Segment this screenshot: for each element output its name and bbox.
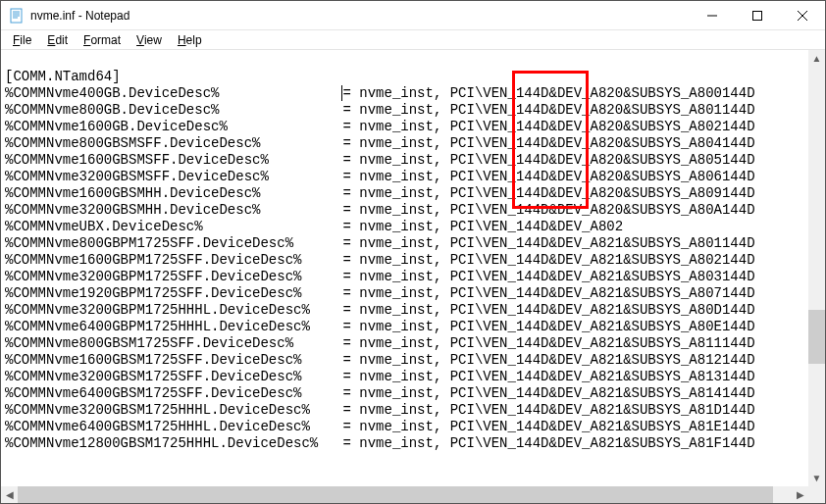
text-line: %COMMNvme3200GBSMSFF.DeviceDesc% = nvme_… — [5, 169, 804, 185]
scroll-right-button[interactable]: ▶ — [792, 486, 808, 503]
scroll-track-h[interactable] — [18, 486, 792, 503]
text-line: %COMMNvme800GB.DeviceDesc% = nvme_inst, … — [5, 102, 804, 119]
text-line: [COMM.NTamd64] — [5, 69, 804, 85]
minimize-button[interactable] — [690, 1, 735, 29]
text-line: %COMMNvme6400GBSM1725SFF.DeviceDesc% = n… — [5, 385, 804, 402]
scroll-left-button[interactable]: ◀ — [1, 486, 18, 503]
text-line: %COMMNvme3200GBPM1725SFF.DeviceDesc% = n… — [5, 269, 804, 285]
text-editor[interactable]: [COMM.NTamd64]%COMMNvme400GB.DeviceDesc%… — [1, 50, 808, 486]
svg-rect-6 — [753, 11, 762, 20]
menu-view[interactable]: View — [129, 32, 170, 48]
text-line: %COMMNvme400GB.DeviceDesc% = nvme_inst, … — [5, 85, 804, 102]
scroll-track-v[interactable] — [808, 67, 825, 470]
text-line: %COMMNvme6400GBSM1725HHHL.DeviceDesc% = … — [5, 419, 804, 435]
text-line: %COMMNvme3200GBSMHH.DeviceDesc% = nvme_i… — [5, 202, 804, 219]
text-line: %COMMNvme800GBSMSFF.DeviceDesc% = nvme_i… — [5, 135, 804, 152]
text-line: %COMMNvme3200GBPM1725HHHL.DeviceDesc% = … — [5, 302, 804, 319]
scroll-thumb-v[interactable] — [808, 310, 825, 364]
scroll-thumb-h[interactable] — [18, 486, 773, 503]
text-line: %COMMNvme1600GB.DeviceDesc% = nvme_inst,… — [5, 119, 804, 135]
scroll-down-button[interactable]: ▼ — [808, 470, 825, 486]
menu-edit[interactable]: Edit — [39, 32, 76, 48]
text-line: %COMMNvme1600GBSM1725SFF.DeviceDesc% = n… — [5, 352, 804, 369]
text-line: %COMMNvme6400GBPM1725HHHL.DeviceDesc% = … — [5, 319, 804, 335]
scroll-corner — [808, 486, 825, 503]
vertical-scrollbar[interactable]: ▲ ▼ — [808, 50, 825, 486]
text-line: %COMMNvme1920GBPM1725SFF.DeviceDesc% = n… — [5, 285, 804, 302]
window-title: nvme.inf - Notepad — [30, 9, 690, 23]
text-line: %COMMNvme800GBSM1725SFF.DeviceDesc% = nv… — [5, 335, 804, 352]
maximize-button[interactable] — [735, 1, 780, 29]
text-line: %COMMNvmeUBX.DeviceDesc% = nvme_inst, PC… — [5, 219, 804, 235]
text-line: %COMMNvme12800GBSM1725HHHL.DeviceDesc% =… — [5, 435, 804, 452]
text-line: %COMMNvme1600GBPM1725SFF.DeviceDesc% = n… — [5, 252, 804, 269]
text-line: %COMMNvme1600GBSMSFF.DeviceDesc% = nvme_… — [5, 152, 804, 169]
text-line: %COMMNvme1600GBSMHH.DeviceDesc% = nvme_i… — [5, 185, 804, 202]
editor-area: [COMM.NTamd64]%COMMNvme400GB.DeviceDesc%… — [1, 50, 825, 486]
text-line: %COMMNvme3200GBSM1725SFF.DeviceDesc% = n… — [5, 369, 804, 385]
text-line — [5, 52, 804, 69]
menu-help[interactable]: Help — [170, 32, 210, 48]
menu-file[interactable]: File — [5, 32, 39, 48]
menu-format[interactable]: Format — [76, 32, 129, 48]
menubar: File Edit Format View Help — [1, 30, 825, 50]
text-line: %COMMNvme800GBPM1725SFF.DeviceDesc% = nv… — [5, 235, 804, 252]
text-line: %COMMNvme3200GBSM1725HHHL.DeviceDesc% = … — [5, 402, 804, 419]
scroll-up-button[interactable]: ▲ — [808, 50, 825, 67]
horizontal-scrollbar[interactable]: ◀ ▶ — [1, 486, 808, 503]
notepad-icon — [9, 8, 25, 24]
close-button[interactable] — [780, 1, 825, 29]
titlebar[interactable]: nvme.inf - Notepad — [1, 1, 825, 30]
